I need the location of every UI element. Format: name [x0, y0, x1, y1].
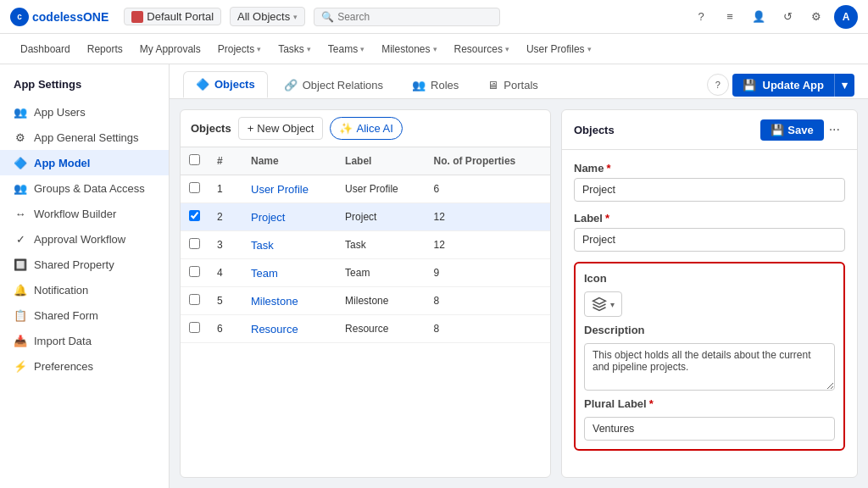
row-name-link[interactable]: Project	[251, 211, 285, 224]
right-panel-body: Name * Label *	[562, 150, 857, 463]
table-row[interactable]: 5 Milestone Milestone 8	[181, 287, 550, 315]
sidebar-item-workflow-builder[interactable]: ↔ Workflow Builder	[0, 201, 169, 226]
help-button[interactable]: ?	[707, 74, 729, 96]
row-label: Task	[337, 231, 425, 259]
sidebar: App Settings 👥 App Users ⚙ App General S…	[0, 64, 170, 488]
user-add-icon[interactable]: 👤	[748, 6, 770, 28]
row-name-link[interactable]: User Profile	[251, 183, 309, 196]
roles-tab-icon: 👥	[412, 79, 426, 92]
nav-tasks[interactable]: Tasks ▾	[271, 40, 318, 58]
nav-reports[interactable]: Reports	[81, 40, 130, 58]
icon-selector-button[interactable]: ▾	[584, 291, 622, 317]
alice-ai-button[interactable]: ✨ Alice AI	[330, 117, 402, 140]
row-checkbox[interactable]	[189, 210, 200, 221]
menu-icon[interactable]: ≡	[719, 6, 741, 28]
sidebar-item-groups-data-access[interactable]: 👥 Groups & Data Access	[0, 175, 169, 201]
row-checkbox[interactable]	[189, 182, 200, 193]
nav-resources[interactable]: Resources ▾	[448, 40, 516, 58]
row-name-link[interactable]: Team	[251, 267, 278, 280]
sidebar-item-shared-form[interactable]: 📋 Shared Form	[0, 302, 169, 328]
sidebar-item-preferences[interactable]: ⚡ Preferences	[0, 353, 169, 379]
name-field-group: Name *	[574, 162, 845, 202]
portal-selector[interactable]: Default Portal	[124, 8, 221, 25]
top-navigation: c codelessONE Default Portal All Objects…	[0, 0, 868, 34]
row-name-link[interactable]: Milestone	[251, 295, 298, 308]
row-checkbox[interactable]	[189, 294, 200, 305]
sidebar-item-import-data[interactable]: 📥 Import Data	[0, 328, 169, 353]
history-icon[interactable]: ↺	[776, 6, 798, 28]
sidebar-label-shared-form: Shared Form	[34, 309, 98, 322]
tab-portals[interactable]: 🖥 Portals	[475, 72, 550, 97]
row-checkbox[interactable]	[189, 238, 200, 249]
name-input[interactable]	[574, 178, 845, 202]
update-app-label[interactable]: 💾 Update App	[732, 74, 834, 97]
search-input[interactable]	[337, 11, 492, 23]
search-icon: 🔍	[321, 11, 334, 23]
table-row[interactable]: 3 Task Task 12	[181, 231, 550, 259]
required-indicator: *	[605, 212, 609, 225]
ai-icon: ✨	[339, 122, 353, 135]
label-field-label: Label *	[574, 212, 845, 225]
table-toolbar: Objects + New Object ✨ Alice AI	[181, 110, 550, 147]
sidebar-label-app-model: App Model	[34, 157, 90, 169]
required-indicator: *	[606, 162, 610, 175]
sidebar-label-preferences: Preferences	[34, 360, 93, 373]
avatar[interactable]: A	[834, 5, 858, 29]
nav-user-profiles[interactable]: User Profiles ▾	[520, 40, 598, 58]
nav-teams[interactable]: Teams ▾	[321, 40, 371, 58]
plural-label-input[interactable]	[584, 417, 835, 441]
row-num: 1	[209, 175, 242, 203]
objects-table: # Name Label No. of Properties 1 User Pr…	[181, 147, 550, 343]
table-row[interactable]: 1 User Profile User Profile 6	[181, 175, 550, 203]
objects-panel: Objects + New Object ✨ Alice AI	[170, 99, 868, 488]
help-icon[interactable]: ?	[690, 6, 712, 28]
sidebar-item-shared-property[interactable]: 🔲 Shared Property	[0, 252, 169, 277]
new-object-button[interactable]: + New Object	[238, 117, 324, 140]
row-checkbox-cell	[181, 231, 209, 259]
row-name-link[interactable]: Resource	[251, 323, 298, 336]
app-logo: c codelessONE	[10, 8, 108, 26]
sidebar-item-notification[interactable]: 🔔 Notification	[0, 277, 169, 302]
nav-dashboard[interactable]: Dashboard	[14, 40, 77, 58]
more-options-button[interactable]: ···	[824, 119, 845, 141]
description-textarea[interactable]: This object holds all the details about …	[584, 343, 835, 391]
content-area: 🔷 Objects 🔗 Object Relations 👥 Roles 🖥 P…	[170, 64, 868, 488]
row-checkbox[interactable]	[189, 322, 200, 333]
save-button[interactable]: 💾 Save	[760, 119, 823, 141]
table-header-row: # Name Label No. of Properties	[181, 147, 550, 175]
icon-section-highlighted: Icon ▾	[574, 262, 845, 451]
chevron-down-icon: ▾	[360, 45, 364, 53]
import-icon: 📥	[14, 334, 27, 347]
tab-object-relations[interactable]: 🔗 Object Relations	[271, 72, 396, 97]
table-row[interactable]: 4 Team Team 9	[181, 259, 550, 287]
all-objects-button[interactable]: All Objects ▾	[230, 7, 305, 26]
sidebar-item-app-model[interactable]: 🔷 App Model	[0, 150, 169, 175]
tab-roles[interactable]: 👥 Roles	[399, 72, 471, 97]
right-panel-title: Objects	[574, 124, 760, 136]
preferences-icon: ⚡	[14, 359, 27, 373]
search-bar[interactable]: 🔍	[314, 8, 500, 26]
table-row[interactable]: 2 Project Project 12	[181, 203, 550, 231]
row-checkbox-cell	[181, 259, 209, 287]
sidebar-item-app-users[interactable]: 👥 App Users	[0, 99, 169, 125]
table-row[interactable]: 6 Resource Resource 8	[181, 315, 550, 343]
sidebar-item-approval-workflow[interactable]: ✓ Approval Workflow	[0, 226, 169, 252]
chevron-down-icon: ▾	[505, 45, 509, 53]
settings-icon[interactable]: ⚙	[805, 6, 827, 28]
save-icon: 💾	[771, 124, 784, 136]
select-all-checkbox[interactable]	[189, 154, 200, 165]
nav-my-approvals[interactable]: My Approvals	[133, 40, 208, 58]
tab-objects[interactable]: 🔷 Objects	[183, 71, 268, 98]
update-app-dropdown-icon[interactable]: ▾	[834, 74, 854, 97]
row-checkbox[interactable]	[189, 266, 200, 277]
label-input[interactable]	[574, 228, 845, 252]
nav-milestones[interactable]: Milestones ▾	[375, 40, 443, 58]
row-label: Team	[337, 259, 425, 287]
sidebar-item-app-general-settings[interactable]: ⚙ App General Settings	[0, 125, 169, 150]
right-panel: Objects 💾 Save ··· Name *	[561, 109, 858, 478]
update-app-button[interactable]: 💾 Update App ▾	[732, 74, 854, 97]
right-panel-header: Objects 💾 Save ···	[562, 110, 857, 150]
nav-projects[interactable]: Projects ▾	[211, 40, 268, 58]
row-name-link[interactable]: Task	[251, 239, 274, 252]
row-label: Milestone	[337, 287, 425, 315]
